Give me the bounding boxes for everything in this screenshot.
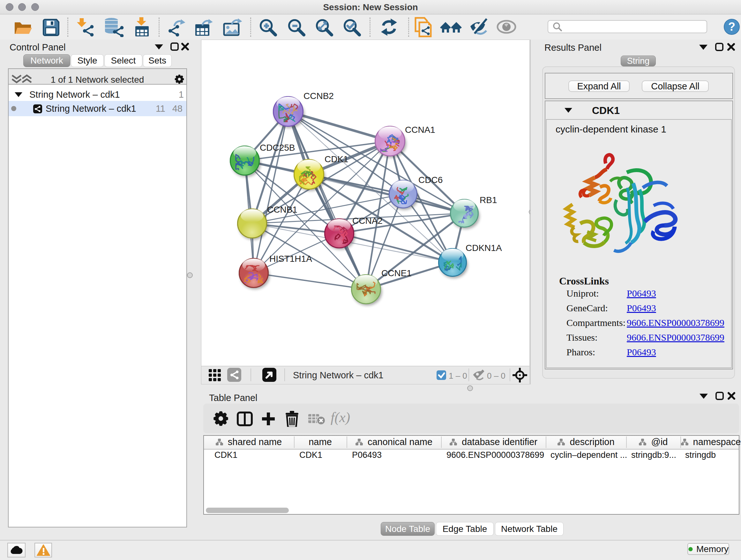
svg-text:RB1: RB1 <box>480 195 497 205</box>
svg-text:CDK1: CDK1 <box>325 154 348 164</box>
svg-text:CCNA2: CCNA2 <box>352 216 383 226</box>
svg-text:CDC6: CDC6 <box>418 175 443 185</box>
svg-text:CDC25B: CDC25B <box>260 143 295 152</box>
svg-text:CDKN1A: CDKN1A <box>466 243 502 253</box>
svg-text:HIST1H1A: HIST1H1A <box>269 254 312 264</box>
svg-text:?: ? <box>728 20 735 33</box>
svg-text:CCNA1: CCNA1 <box>405 125 435 135</box>
svg-text:CCNB1: CCNB1 <box>267 205 297 214</box>
svg-text:CCNB2: CCNB2 <box>304 91 334 101</box>
svg-text:CCNE1: CCNE1 <box>381 268 412 278</box>
